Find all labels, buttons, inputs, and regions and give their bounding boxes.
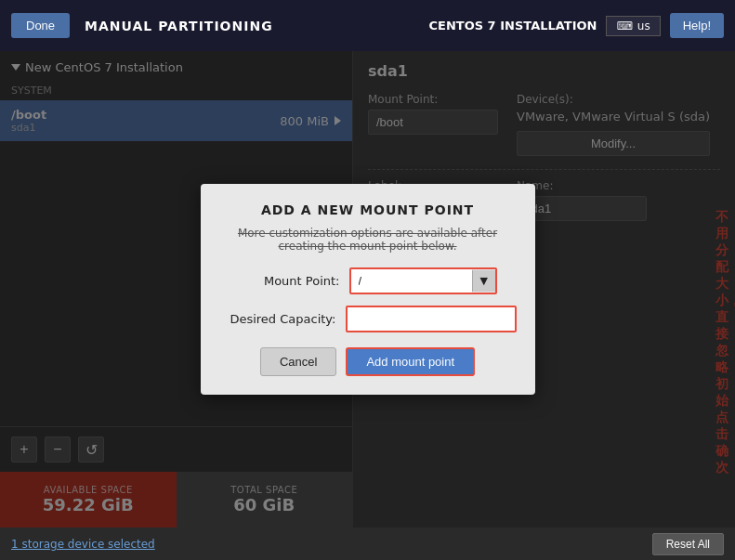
keyboard-icon: ⌨ bbox=[616, 20, 632, 33]
modal-mount-point-label: Mount Point: bbox=[219, 274, 340, 288]
select-dropdown-arrow[interactable]: ▼ bbox=[472, 270, 495, 292]
modal-capacity-label: Desired Capacity: bbox=[219, 312, 336, 326]
cancel-button[interactable]: Cancel bbox=[260, 347, 336, 376]
modal-mount-point-select[interactable]: / /boot /home swap bbox=[351, 269, 472, 293]
keyboard-badge: ⌨ us bbox=[606, 16, 660, 36]
modal-mount-point-wrapper: / /boot /home swap ▼ bbox=[349, 267, 497, 294]
help-button[interactable]: Help! bbox=[670, 13, 724, 38]
keyboard-lang: us bbox=[637, 20, 650, 33]
reset-all-button[interactable]: Reset All bbox=[652, 533, 724, 555]
modal-title: ADD A NEW MOUNT POINT bbox=[219, 202, 517, 217]
modal-mount-point-row: Mount Point: / /boot /home swap ▼ bbox=[219, 267, 517, 294]
centos-title: CENTOS 7 INSTALLATION bbox=[429, 19, 597, 33]
modal-overlay: ADD A NEW MOUNT POINT More customization… bbox=[0, 51, 735, 527]
modal-subtitle: More customization options are available… bbox=[219, 227, 517, 253]
modal-capacity-wrapper bbox=[346, 306, 517, 332]
top-bar: Done MANUAL PARTITIONING CENTOS 7 INSTAL… bbox=[0, 0, 735, 51]
modal-capacity-input[interactable] bbox=[348, 307, 515, 331]
bottom-bar: 1 storage device selected Reset All bbox=[0, 527, 735, 560]
modal-capacity-row: Desired Capacity: bbox=[219, 306, 517, 332]
top-bar-left: Done MANUAL PARTITIONING bbox=[11, 13, 273, 38]
add-mount-point-button[interactable]: Add mount point bbox=[346, 347, 475, 376]
page-title: MANUAL PARTITIONING bbox=[85, 19, 273, 33]
storage-device-link[interactable]: 1 storage device selected bbox=[11, 538, 155, 551]
add-mount-point-modal: ADD A NEW MOUNT POINT More customization… bbox=[201, 184, 535, 395]
done-button[interactable]: Done bbox=[11, 13, 70, 38]
modal-buttons: Cancel Add mount point bbox=[219, 347, 517, 376]
top-bar-right: CENTOS 7 INSTALLATION ⌨ us Help! bbox=[429, 13, 724, 38]
